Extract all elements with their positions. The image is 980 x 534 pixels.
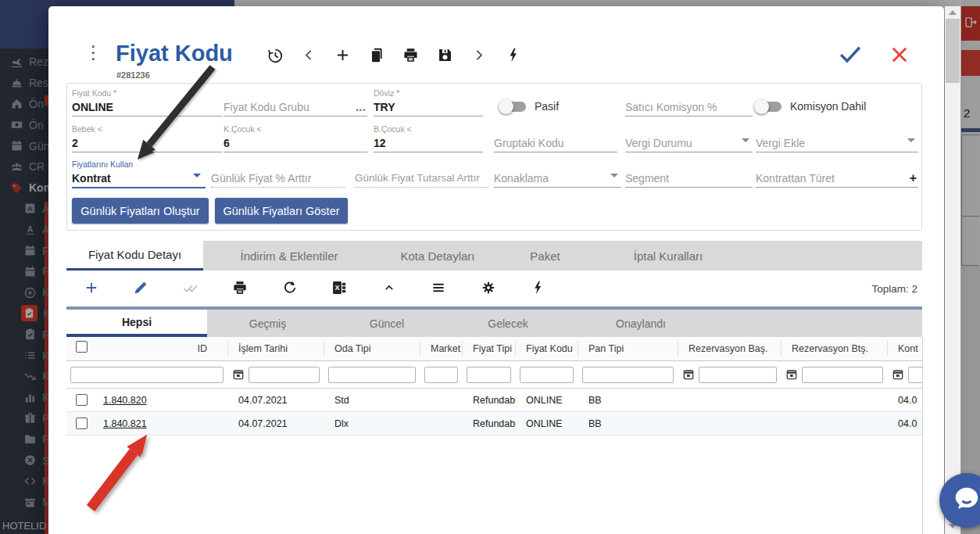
cell-fiyat_kodu: ONLINE <box>516 395 578 406</box>
filter-input-4[interactable] <box>424 367 458 383</box>
tab-i-ptal-kuralları[interactable]: İptal Kuralları <box>590 241 746 271</box>
tab-paket[interactable]: Paket <box>500 241 590 271</box>
table-row[interactable]: 1.840.82004.07.2021StdRefundableONLINEBB… <box>66 389 922 412</box>
filter-input-6[interactable] <box>520 367 574 383</box>
pasif-toggle[interactable]: Pasif <box>500 100 559 113</box>
plus-button[interactable] <box>66 278 116 301</box>
gunluk-fiyat-tutarsal-field[interactable]: Günlük Fiyat Tutarsal Arttır <box>355 159 488 188</box>
column-header-Rezervasyon Btş.[interactable]: Rezervasyon Btş. <box>781 341 888 357</box>
gruptaki-kodu-field[interactable]: Gruptaki Kodu <box>494 124 617 152</box>
filter-input-2[interactable] <box>249 367 320 383</box>
scrollbar-thumb[interactable] <box>946 19 960 83</box>
column-header-Fiyat Tipi[interactable]: Fiyat Tipi <box>463 341 516 357</box>
komisyon-dahil-toggle[interactable]: Komisyon Dahil <box>756 100 866 113</box>
cell-fiyat_kodu: ONLINE <box>516 418 578 429</box>
confirm-check-button[interactable] <box>836 42 864 67</box>
gear-button[interactable] <box>463 278 513 301</box>
plus-icon[interactable]: + <box>910 172 917 185</box>
konaklama-select[interactable]: Konaklama <box>494 159 621 188</box>
column-header-Kont[interactable]: Kont <box>888 341 923 357</box>
column-header-Rezervasyon Baş.[interactable]: Rezervasyon Baş. <box>678 341 781 357</box>
edit-pencil-button[interactable] <box>116 278 166 301</box>
subtab-hepsi[interactable]: Hepsi <box>66 310 207 337</box>
calendar-filter-icon[interactable] <box>232 368 245 381</box>
history-button[interactable] <box>258 45 292 67</box>
gunluk-fiyatlari-goster-button[interactable]: Günlük Fiyatları Göster <box>215 198 348 224</box>
chevron-up-icon <box>381 280 397 299</box>
doviz-field[interactable]: Döviz * TRY <box>374 88 483 116</box>
column-header-Fiyat Kodu[interactable]: Fiyat Kodu <box>516 341 578 357</box>
subtab-geçmiş[interactable]: Geçmiş <box>207 310 328 337</box>
fiyat-kodu-grubu-field[interactable]: Fiyat Kodu Grubu ... <box>224 88 367 116</box>
column-header-Oda Tipi[interactable]: Oda Tipi <box>324 341 420 357</box>
lightning-button[interactable] <box>513 278 563 301</box>
plus-icon <box>334 47 351 66</box>
save-button[interactable] <box>428 45 463 67</box>
lightning-button[interactable] <box>496 45 531 67</box>
field-placeholder: Vergi Ekle <box>756 134 918 152</box>
table-row[interactable]: 1.840.82104.07.2021DlxRefundableONLINEBB… <box>66 412 922 435</box>
print-button[interactable] <box>394 45 428 67</box>
filter-input-1[interactable] <box>70 367 224 383</box>
column-header-Market[interactable]: Market <box>420 341 463 357</box>
row-checkbox[interactable] <box>76 394 88 406</box>
kebab-menu-icon[interactable]: ⋮ <box>84 44 102 62</box>
close-x-button[interactable] <box>888 44 911 66</box>
segment-field[interactable]: Segment <box>625 159 753 188</box>
print-button[interactable] <box>216 278 266 301</box>
column-header-İşlem Tarihi[interactable]: İşlem Tarihi <box>228 341 324 357</box>
toggle-knob[interactable] <box>499 99 513 114</box>
filter-input-7[interactable] <box>582 367 674 383</box>
field-value: 2 <box>72 134 222 152</box>
menu-button[interactable] <box>414 278 464 301</box>
select-all-checkbox[interactable] <box>76 341 88 353</box>
gunluk-fiyatlari-olustur-button[interactable]: Günlük Fiyatları Oluştur <box>72 198 209 224</box>
chevron-right-button[interactable] <box>462 45 496 67</box>
vergi-durumu-select[interactable]: Vergi Durumu <box>625 124 753 152</box>
vergi-ekle-select[interactable]: Vergi Ekle <box>756 124 918 152</box>
bebek-field[interactable]: Bebek < 2 <box>72 124 222 152</box>
gunluk-fiyat-yuzde-field[interactable]: Günlük Fiyat % Arttır <box>211 159 345 188</box>
filter-input-10[interactable] <box>908 367 923 383</box>
filter-input-3[interactable] <box>328 367 416 383</box>
cell-id[interactable]: 1.840.820 <box>98 395 228 406</box>
kontrattan-turet-field[interactable]: Kontrattan Türet + <box>756 159 918 188</box>
column-header-Pan Tipi[interactable]: Pan Tipi <box>578 341 678 357</box>
tab-kota-detayları[interactable]: Kota Detayları <box>375 241 500 271</box>
k-cocuk-field[interactable]: K.Çocuk < 6 <box>224 124 367 152</box>
gear-icon <box>481 280 496 299</box>
ellipsis-lookup-icon[interactable]: ... <box>356 101 366 113</box>
column-header-ID[interactable]: ID <box>98 341 228 357</box>
cell-id[interactable]: 1.840.821 <box>98 418 228 429</box>
filter-input-5[interactable] <box>467 367 511 383</box>
filter-input-8[interactable] <box>699 367 777 383</box>
plus-button[interactable] <box>326 45 360 67</box>
tab-fiyat-kodu-detayı[interactable]: Fiyat Kodu Detayı <box>66 241 203 271</box>
b-cocuk-field[interactable]: B.Çocuk < 12 <box>374 124 483 152</box>
chevron-right-icon <box>470 47 487 66</box>
calendar-filter-icon[interactable] <box>682 368 695 381</box>
double-check-button[interactable] <box>166 278 216 301</box>
refresh-button[interactable] <box>265 278 315 301</box>
calendar-filter-icon[interactable] <box>892 368 904 381</box>
fiyatlarini-kullan-select[interactable]: Fiyatlarını Kullan Kontrat <box>72 159 206 188</box>
subtab-gelecek[interactable]: Gelecek <box>445 310 570 337</box>
toggle-track[interactable] <box>756 102 781 112</box>
subtab-güncel[interactable]: Güncel <box>328 310 445 337</box>
scroll-up-arrow-icon[interactable] <box>945 6 960 19</box>
filter-input-9[interactable] <box>802 367 883 383</box>
satici-komisyon-field[interactable]: Satıcı Komisyon % <box>625 88 753 116</box>
toggle-track[interactable] <box>500 102 526 112</box>
tab-i-ndirim-&-eklentiler[interactable]: İndirim & Eklentiler <box>203 241 375 271</box>
subtab-onaylandı[interactable]: Onaylandı <box>570 310 711 337</box>
vertical-scrollbar[interactable] <box>945 6 960 534</box>
calendar-filter-icon[interactable] <box>785 368 798 381</box>
copy-button[interactable] <box>360 45 395 67</box>
chevron-up-button[interactable] <box>364 278 414 301</box>
excel-button[interactable]: X <box>315 278 365 301</box>
row-checkbox[interactable] <box>76 418 88 429</box>
excel-icon: X <box>331 280 347 299</box>
toggle-knob[interactable] <box>754 99 769 114</box>
chevron-left-button[interactable] <box>292 45 327 67</box>
fiyat-kodu-field[interactable]: Fiyat Kodu * ONLINE <box>72 88 222 116</box>
